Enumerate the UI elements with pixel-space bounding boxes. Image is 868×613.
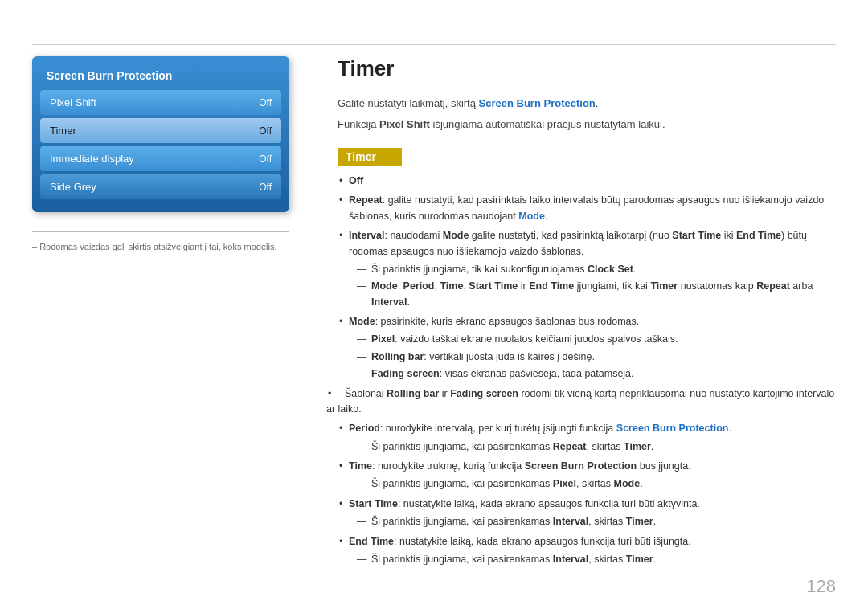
end-time-timer-ref: Timer (626, 554, 653, 565)
repeat-mode-link: Mode (518, 210, 545, 222)
endtime-ref: End Time (529, 280, 574, 292)
period-timer-ref: Timer (624, 441, 651, 452)
end-time-label: End Time (349, 536, 394, 547)
interval-sub-1: Ši parinktis įjungiama, tik kai sukonfig… (357, 262, 836, 277)
off-label: Off (349, 175, 363, 186)
bullet-end-time: End Time: nustatykite laiką, kada ekrano… (338, 534, 836, 568)
period-label: Period (349, 423, 380, 434)
time-sub-1: Ši parinktis įjungiama, kai pasirenkamas… (357, 476, 836, 492)
bullet-note-rolling-fading: — Šablonai Rolling bar ir Fading screen … (326, 386, 836, 418)
mode-label: Mode (349, 316, 375, 327)
mode-ref: Mode (371, 280, 398, 292)
start-time-sub-list: Ši parinktis įjungiama, kai pasirenkamas… (357, 514, 836, 529)
period-repeat-ref: Repeat (553, 441, 587, 452)
fading-screen-note: Fading screen (450, 388, 518, 399)
timer-ref: Timer (650, 280, 678, 292)
rolling-label: Rolling bar (371, 351, 424, 362)
left-panel: Screen Burn Protection Pixel Shift Off T… (32, 56, 289, 251)
mode-sub-list: Pixel: vaizdo taškai ekrane nuolatos kei… (357, 332, 836, 382)
starttime-ref: Start Time (469, 280, 518, 292)
footnote-text: – Rodomas vaizdas gali skirtis atsižvelg… (32, 242, 289, 251)
intro-highlight-ps: Pixel Shift (379, 118, 430, 130)
end-time-sub-1: Ši parinktis įjungiama, kai pasirenkamas… (357, 552, 836, 567)
time-sub-list: Ši parinktis įjungiama, kai pasirenkamas… (357, 476, 836, 492)
pixel-shift-label: Pixel Shift (50, 96, 96, 108)
period-sub-list: Ši parinktis įjungiama, kai pasirenkamas… (357, 439, 836, 455)
mode-pixel: Pixel: vaizdo taškai ekrane nuolatos kei… (357, 332, 836, 347)
bullet-repeat: Repeat: galite nustatyti, kad pasirinkta… (338, 193, 836, 224)
menu-item-timer[interactable]: Timer Off (40, 118, 281, 143)
page-title: Timer (338, 56, 836, 81)
bullet-mode: Mode: pasirinkite, kuris ekrano apsaugos… (338, 314, 836, 382)
start-time-sub-1: Ši parinktis įjungiama, kai pasirenkamas… (357, 514, 836, 529)
interval-sub-2: Mode, Period, Time, Start Time ir End Ti… (357, 279, 836, 310)
screen-burn-menu: Screen Burn Protection Pixel Shift Off T… (32, 56, 289, 212)
menu-item-side-grey[interactable]: Side Grey Off (40, 174, 281, 199)
end-time-sub-list: Ši parinktis įjungiama, kai pasirenkamas… (357, 552, 836, 567)
start-time-label: Start Time (349, 498, 398, 509)
bullet-period: Period: nurodykite intervalą, per kurį t… (338, 421, 836, 455)
period-ref: Period (403, 280, 435, 292)
start-time-timer-ref: Timer (626, 516, 653, 527)
intro-highlight-sbp: Screen Burn Protection (479, 97, 596, 109)
interval-end: End Time (736, 230, 781, 241)
clock-set-ref: Clock Set (588, 264, 633, 275)
right-panel: Timer Galite nustatyti laikmatį, skirtą … (338, 56, 836, 571)
pixel-shift-value: Off (259, 97, 272, 108)
bullet-interval: Interval: naudodami Mode galite nustatyt… (338, 228, 836, 310)
top-divider (32, 44, 836, 45)
time-ref: Time (440, 280, 463, 292)
time-pixel-ref: Pixel (553, 478, 576, 489)
time-sbp-ref: Screen Burn Protection (525, 460, 637, 472)
rolling-bar-note: Rolling bar (387, 388, 439, 399)
footnote-divider: – Rodomas vaizdas gali skirtis atsižvelg… (32, 231, 289, 251)
interval-sub-list: Ši parinktis įjungiama, tik kai sukonfig… (357, 262, 836, 310)
pixel-label: Pixel (371, 333, 395, 345)
bullet-time: Time: nurodykite trukmę, kurią funkcija … (338, 459, 836, 492)
mode-fading: Fading screen: visas ekranas pašviesėja,… (357, 366, 836, 382)
side-grey-label: Side Grey (50, 181, 96, 193)
side-grey-value: Off (259, 182, 272, 193)
time-label: Time (349, 460, 372, 472)
repeat-label: Repeat (349, 194, 383, 206)
period-sub-1: Ši parinktis įjungiama, kai pasirenkamas… (357, 439, 836, 455)
page-number: 128 (806, 576, 836, 597)
intro-line-1: Galite nustatyti laikmatį, skirtą Screen… (338, 96, 836, 112)
time-mode-ref: Mode (614, 478, 641, 489)
menu-item-pixel-shift[interactable]: Pixel Shift Off (40, 90, 281, 115)
immediate-display-value: Off (259, 153, 272, 165)
menu-title: Screen Burn Protection (40, 66, 281, 90)
interval-ref: Interval (371, 296, 407, 308)
end-time-interval-ref: Interval (553, 554, 588, 565)
start-time-interval-ref: Interval (553, 516, 588, 527)
interval-start: Start Time (672, 230, 721, 241)
immediate-display-label: Immediate display (50, 153, 134, 165)
bullet-off: Off (338, 174, 836, 189)
repeat-ref: Repeat (756, 280, 790, 292)
mode-rolling: Rolling bar: vertikali juosta juda iš ka… (357, 349, 836, 365)
timer-value: Off (259, 125, 272, 137)
section-header-timer: Timer (338, 148, 402, 166)
interval-label: Interval (349, 230, 384, 241)
interval-mode: Mode (443, 230, 469, 241)
fading-label: Fading screen (371, 368, 440, 379)
content-area: Off Repeat: galite nustatyti, kad pasiri… (338, 174, 836, 567)
bullet-start-time: Start Time: nustatykite laiką, kada ekra… (338, 497, 836, 530)
timer-label: Timer (50, 125, 76, 137)
period-sbp-link: Screen Burn Protection (616, 423, 729, 434)
main-bullet-list: Off Repeat: galite nustatyti, kad pasiri… (338, 174, 836, 567)
intro-line-2: Funkcija Pixel Shift išjungiama automati… (338, 116, 836, 133)
menu-item-immediate-display[interactable]: Immediate display Off (40, 146, 281, 171)
